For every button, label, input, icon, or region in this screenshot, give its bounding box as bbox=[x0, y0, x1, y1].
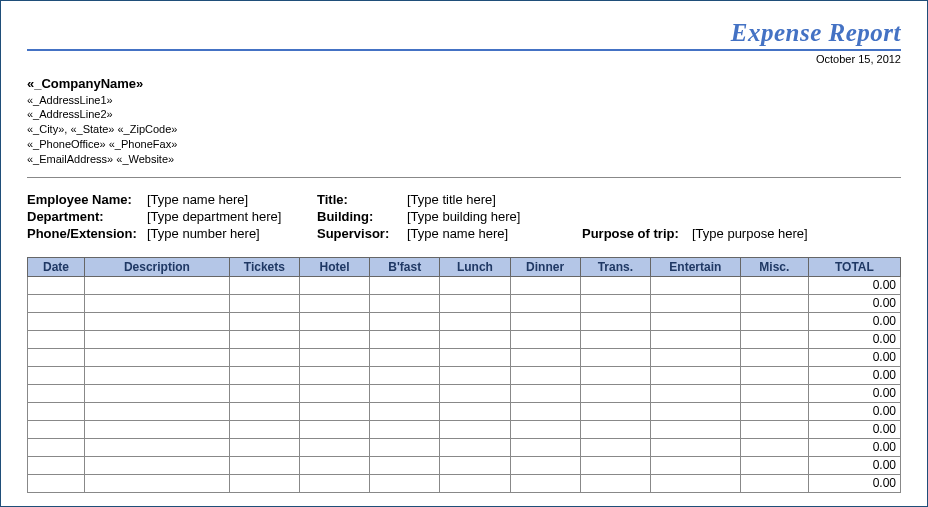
table-cell[interactable] bbox=[85, 402, 230, 420]
table-cell[interactable] bbox=[510, 474, 580, 492]
table-cell[interactable] bbox=[85, 438, 230, 456]
table-cell[interactable] bbox=[370, 276, 440, 294]
table-cell[interactable] bbox=[229, 294, 299, 312]
table-cell[interactable] bbox=[440, 456, 510, 474]
table-cell[interactable] bbox=[510, 420, 580, 438]
table-cell[interactable] bbox=[440, 384, 510, 402]
table-cell[interactable] bbox=[85, 420, 230, 438]
table-cell[interactable] bbox=[229, 366, 299, 384]
table-cell[interactable] bbox=[229, 438, 299, 456]
table-cell[interactable] bbox=[299, 438, 369, 456]
building-field[interactable]: [Type building here] bbox=[407, 209, 582, 224]
table-cell[interactable] bbox=[370, 312, 440, 330]
table-cell[interactable] bbox=[580, 402, 650, 420]
table-cell[interactable] bbox=[440, 438, 510, 456]
table-cell[interactable] bbox=[580, 312, 650, 330]
table-cell[interactable] bbox=[28, 330, 85, 348]
table-cell[interactable] bbox=[650, 402, 740, 420]
table-cell[interactable] bbox=[440, 366, 510, 384]
table-cell[interactable] bbox=[580, 330, 650, 348]
table-cell[interactable] bbox=[28, 402, 85, 420]
table-cell[interactable] bbox=[299, 474, 369, 492]
table-cell[interactable] bbox=[580, 420, 650, 438]
table-cell[interactable] bbox=[370, 366, 440, 384]
table-cell[interactable] bbox=[370, 384, 440, 402]
table-cell[interactable] bbox=[28, 456, 85, 474]
table-cell[interactable] bbox=[650, 456, 740, 474]
table-cell[interactable] bbox=[370, 420, 440, 438]
table-cell[interactable] bbox=[650, 474, 740, 492]
phone-ext-field[interactable]: [Type number here] bbox=[147, 226, 317, 241]
table-cell[interactable] bbox=[580, 294, 650, 312]
table-cell[interactable] bbox=[229, 402, 299, 420]
table-cell[interactable] bbox=[299, 294, 369, 312]
table-cell[interactable] bbox=[740, 330, 808, 348]
table-cell[interactable] bbox=[299, 384, 369, 402]
employee-name-field[interactable]: [Type name here] bbox=[147, 192, 317, 207]
table-cell[interactable] bbox=[299, 456, 369, 474]
table-cell[interactable] bbox=[299, 312, 369, 330]
table-cell[interactable] bbox=[85, 456, 230, 474]
table-cell[interactable] bbox=[440, 294, 510, 312]
table-cell[interactable] bbox=[85, 294, 230, 312]
table-cell[interactable] bbox=[370, 438, 440, 456]
table-cell[interactable] bbox=[299, 402, 369, 420]
table-cell[interactable] bbox=[580, 456, 650, 474]
table-cell[interactable] bbox=[650, 348, 740, 366]
purpose-field[interactable]: [Type purpose here] bbox=[692, 226, 901, 241]
table-cell[interactable] bbox=[740, 456, 808, 474]
table-cell[interactable] bbox=[580, 438, 650, 456]
table-cell[interactable] bbox=[580, 276, 650, 294]
table-cell[interactable] bbox=[299, 276, 369, 294]
table-cell[interactable] bbox=[510, 348, 580, 366]
table-cell[interactable] bbox=[85, 366, 230, 384]
table-cell[interactable] bbox=[740, 420, 808, 438]
supervisor-field[interactable]: [Type name here] bbox=[407, 226, 582, 241]
table-cell[interactable] bbox=[580, 348, 650, 366]
table-cell[interactable] bbox=[510, 276, 580, 294]
table-cell[interactable] bbox=[85, 276, 230, 294]
table-cell[interactable] bbox=[28, 474, 85, 492]
table-cell[interactable] bbox=[370, 474, 440, 492]
table-cell[interactable] bbox=[650, 384, 740, 402]
table-cell[interactable] bbox=[85, 312, 230, 330]
table-cell[interactable] bbox=[229, 456, 299, 474]
table-cell[interactable] bbox=[650, 276, 740, 294]
table-cell[interactable] bbox=[299, 348, 369, 366]
table-cell[interactable] bbox=[650, 330, 740, 348]
table-cell[interactable] bbox=[229, 330, 299, 348]
table-cell[interactable] bbox=[370, 348, 440, 366]
table-cell[interactable] bbox=[229, 312, 299, 330]
table-cell[interactable] bbox=[28, 366, 85, 384]
table-cell[interactable] bbox=[85, 348, 230, 366]
table-cell[interactable] bbox=[370, 456, 440, 474]
table-cell[interactable] bbox=[440, 420, 510, 438]
table-cell[interactable] bbox=[650, 294, 740, 312]
table-cell[interactable] bbox=[740, 366, 808, 384]
table-cell[interactable] bbox=[510, 402, 580, 420]
title-field[interactable]: [Type title here] bbox=[407, 192, 582, 207]
department-field[interactable]: [Type department here] bbox=[147, 209, 317, 224]
table-cell[interactable] bbox=[28, 294, 85, 312]
table-cell[interactable] bbox=[85, 474, 230, 492]
table-cell[interactable] bbox=[299, 420, 369, 438]
table-cell[interactable] bbox=[85, 384, 230, 402]
table-cell[interactable] bbox=[510, 312, 580, 330]
table-cell[interactable] bbox=[510, 384, 580, 402]
table-cell[interactable] bbox=[510, 330, 580, 348]
table-cell[interactable] bbox=[440, 330, 510, 348]
table-cell[interactable] bbox=[28, 312, 85, 330]
table-cell[interactable] bbox=[440, 312, 510, 330]
table-cell[interactable] bbox=[229, 420, 299, 438]
table-cell[interactable] bbox=[740, 402, 808, 420]
table-cell[interactable] bbox=[740, 348, 808, 366]
table-cell[interactable] bbox=[740, 438, 808, 456]
table-cell[interactable] bbox=[229, 276, 299, 294]
table-cell[interactable] bbox=[580, 384, 650, 402]
table-cell[interactable] bbox=[229, 474, 299, 492]
table-cell[interactable] bbox=[740, 276, 808, 294]
table-cell[interactable] bbox=[440, 402, 510, 420]
table-cell[interactable] bbox=[650, 312, 740, 330]
table-cell[interactable] bbox=[580, 366, 650, 384]
table-cell[interactable] bbox=[299, 330, 369, 348]
